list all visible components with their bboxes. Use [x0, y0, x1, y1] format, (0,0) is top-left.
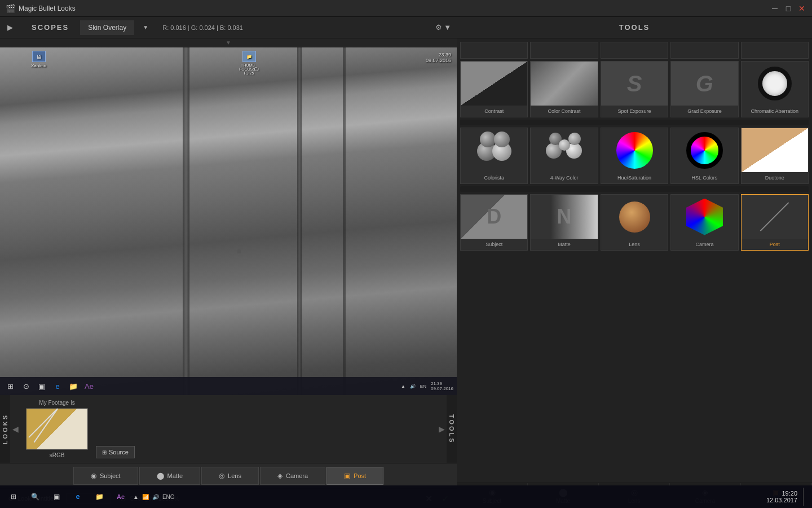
- tools-header: TOOLS: [457, 17, 812, 38]
- pipeline-tab-post[interactable]: ▣ Post: [326, 467, 383, 485]
- hsl-colors-tool[interactable]: HSL Colors: [670, 128, 738, 184]
- color-contrast-label: Color Contrast: [548, 108, 581, 114]
- post-preview: [742, 195, 808, 239]
- systray-volume: 🔊: [152, 494, 159, 500]
- desktop-icon-2: 📁 THUMB_FOCUS:E3F3:25: [239, 51, 259, 75]
- scopes-collapse[interactable]: ▼: [0, 38, 457, 47]
- preview-area: 🖥 Xanimo 📁 THUMB_FOCUS:E3F3:25 23:39 09.…: [0, 47, 457, 395]
- taskbar-systray-mini: ▲ 🔊 EN 21:3909.07.2016: [401, 381, 453, 391]
- preview-time: 23:39 09.07.2016: [426, 52, 451, 63]
- tool-placeholder-3[interactable]: [601, 42, 668, 59]
- subject-tab-icon: ◉: [91, 472, 96, 480]
- source-area: ⊞ Source: [94, 395, 135, 463]
- subject-card-label: Subject: [486, 242, 502, 247]
- win-ie-button[interactable]: e: [69, 488, 87, 506]
- four-way-color-tool[interactable]: 4-Way Color: [530, 128, 598, 184]
- matte-tab-label: Matte: [167, 472, 183, 479]
- matte-card-label: Matte: [558, 242, 571, 247]
- pipeline-tab-matte[interactable]: ⬤ Matte: [139, 467, 201, 485]
- systray-network: 📶: [142, 494, 149, 500]
- skin-overlay-dropdown[interactable]: ▼: [140, 24, 151, 30]
- chromatic-aberration-tool[interactable]: Chromatic Aberration: [741, 61, 809, 117]
- tools-sidebar-right[interactable]: TOOLS: [447, 395, 457, 463]
- tool-placeholder-4[interactable]: [670, 42, 738, 59]
- looks-sidebar[interactable]: LOOKS: [0, 395, 10, 463]
- subject-tool-card[interactable]: D Subject: [460, 194, 528, 251]
- skin-overlay-button[interactable]: Skin Overlay: [80, 20, 134, 35]
- contrast-preview: [461, 62, 527, 106]
- post-tool-card[interactable]: Post: [741, 194, 809, 251]
- app-title: Magic Bullet Looks: [19, 5, 76, 12]
- scopes-settings: ⚙ ▼: [435, 23, 457, 32]
- win-explorer-button[interactable]: 📁: [90, 488, 108, 506]
- hue-sat-preview-container: [601, 128, 668, 172]
- scopes-gear-button[interactable]: ⚙ ▼: [435, 23, 451, 32]
- pipeline-prev-button[interactable]: ◀: [10, 395, 20, 463]
- win-search-icon: 🔍: [31, 493, 39, 501]
- source-button[interactable]: ⊞ Source: [96, 446, 135, 458]
- duotone-label: Duotone: [765, 175, 784, 181]
- ie-icon: e: [51, 379, 64, 393]
- spot-exposure-tool[interactable]: S Spot Exposure: [601, 61, 668, 117]
- tools-row-placeholder: [460, 42, 809, 59]
- color-contrast-tool[interactable]: Color Contrast: [530, 61, 598, 117]
- contrast-tool[interactable]: Contrast: [460, 61, 528, 117]
- camera-tool-card[interactable]: Camera: [670, 194, 738, 251]
- titlebar: 🎬 Magic Bullet Looks ─ □ ✕: [0, 0, 812, 17]
- pipeline-next-button[interactable]: ▶: [436, 395, 447, 463]
- lens-preview-container: [601, 195, 668, 239]
- right-panel: TOOLS Contra: [457, 17, 812, 508]
- lens-tab-icon: ◎: [219, 472, 224, 480]
- win-task-icon: ▣: [54, 493, 60, 501]
- windows-taskbar: ⊞ 🔍 ▣ e 📁 Ae ▲ 📶 🔊 ENG 19:20 12.03.2017: [0, 485, 812, 508]
- colorista-label: Colorista: [484, 175, 504, 181]
- subject-tab-label: Subject: [100, 472, 121, 479]
- matte-preview: N: [531, 195, 597, 239]
- preview-taskbar: ⊞ ⊙ ▣ e 📁 Ae ▲ 🔊 EN 21:3909.07.2016: [0, 377, 457, 395]
- hue-sat-label: Hue/Saturation: [617, 175, 651, 181]
- hue-saturation-tool[interactable]: Hue/Saturation: [601, 128, 668, 184]
- scopes-toggle-button[interactable]: ▶: [0, 17, 20, 38]
- pipeline-tab-lens[interactable]: ◎ Lens: [201, 467, 259, 485]
- matte-tool-card[interactable]: N Matte: [530, 194, 598, 251]
- titlebar-controls: ─ □ ✕: [770, 4, 806, 13]
- explorer-icon: 📁: [67, 379, 80, 393]
- win-start-button[interactable]: ⊞: [5, 488, 23, 506]
- minimize-button[interactable]: ─: [770, 4, 779, 13]
- color-readings: R: 0.016 | G: 0.024 | B: 0.031: [162, 24, 243, 31]
- app-icon: 🎬: [6, 4, 15, 13]
- systray-arrow: ▲: [133, 494, 139, 500]
- colorista-preview-container: [461, 128, 527, 172]
- left-panel: ▶ SCOPES Skin Overlay ▼ R: 0.016 | G: 0.…: [0, 17, 457, 508]
- tool-placeholder-2[interactable]: [530, 42, 598, 59]
- grad-exposure-preview: G: [671, 62, 738, 106]
- tools-row-3: D Subject N Matte: [460, 194, 809, 251]
- tool-placeholder-5[interactable]: [741, 42, 809, 59]
- pipeline-tab-subject[interactable]: ◉ Subject: [73, 467, 138, 485]
- lens-tool-card[interactable]: Lens: [601, 194, 668, 251]
- footage-label: My Footage Is: [39, 400, 74, 406]
- win-search-button[interactable]: 🔍: [26, 488, 44, 506]
- win-ae-button[interactable]: Ae: [112, 488, 130, 506]
- pipeline-tab-camera[interactable]: ◈ Camera: [260, 467, 325, 485]
- duotone-tool[interactable]: Duotone: [741, 128, 809, 184]
- footage-name: sRGB: [50, 452, 65, 458]
- win-clock: 19:20 12.03.2017: [766, 490, 797, 503]
- contrast-label: Contrast: [484, 108, 504, 114]
- pipeline-content: LOOKS ◀ My Footage Is sRGB: [0, 395, 457, 463]
- win-show-desktop-button[interactable]: [803, 488, 807, 506]
- tools-label: TOOLS: [619, 23, 650, 32]
- source-icon: ⊞: [102, 449, 107, 456]
- hsl-label: HSL Colors: [692, 175, 718, 181]
- grad-exposure-tool[interactable]: G Grad Exposure: [670, 61, 738, 117]
- spot-exposure-label: Spot Exposure: [617, 108, 651, 114]
- win-task-view-button[interactable]: ▣: [47, 488, 65, 506]
- four-way-label: 4-Way Color: [550, 175, 579, 181]
- gear-dropdown: ▼: [444, 23, 451, 32]
- source-label: Source: [109, 449, 129, 456]
- colorista-tool[interactable]: Colorista: [460, 128, 528, 184]
- close-button[interactable]: ✕: [797, 4, 806, 13]
- tool-placeholder-1[interactable]: [460, 42, 528, 59]
- maximize-button[interactable]: □: [784, 4, 793, 13]
- subject-preview: D: [461, 195, 527, 239]
